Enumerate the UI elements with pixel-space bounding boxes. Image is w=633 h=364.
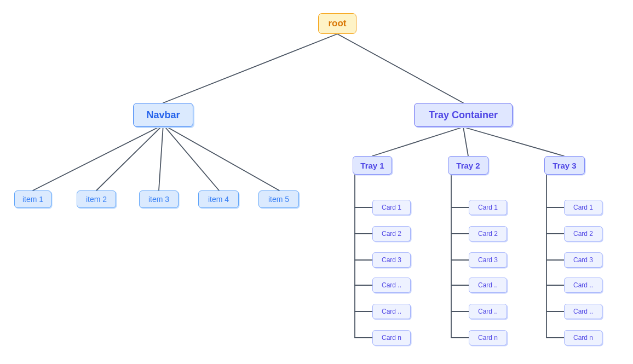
svg-line-0 [163, 34, 337, 103]
svg-line-5 [163, 125, 219, 190]
node-tray3-card-2: Card 2 [564, 226, 602, 241]
svg-line-7 [372, 127, 463, 156]
svg-line-8 [463, 127, 468, 156]
edges-layer [0, 0, 633, 364]
diagram-stage: root Navbar Tray Container item 1 item 2… [0, 0, 633, 364]
node-tray2-card-4: Card .. [469, 278, 507, 293]
node-nav-item-2: item 2 [77, 190, 116, 208]
node-tray2-card-3: Card 3 [469, 252, 507, 268]
node-tray1-card-1: Card 1 [372, 200, 411, 215]
node-tray2-card-1: Card 1 [469, 200, 507, 215]
node-nav-item-4: item 4 [198, 190, 239, 208]
node-nav-item-5: item 5 [258, 190, 299, 208]
node-tray-2: Tray 2 [448, 156, 488, 175]
node-navbar: Navbar [133, 103, 193, 127]
node-tray2-card-5: Card .. [469, 304, 507, 319]
node-tray2-card-n: Card n [469, 330, 507, 345]
node-tray-1: Tray 1 [353, 156, 392, 175]
node-tray-container: Tray Container [414, 103, 513, 127]
node-tray3-card-3: Card 3 [564, 252, 602, 268]
svg-line-6 [163, 125, 279, 190]
node-tray1-card-2: Card 2 [372, 226, 411, 241]
node-tray3-card-n: Card n [564, 330, 602, 345]
node-tray1-card-4: Card .. [372, 278, 411, 293]
node-nav-item-1: item 1 [14, 190, 51, 208]
svg-line-1 [337, 34, 463, 103]
node-tray1-card-3: Card 3 [372, 252, 411, 268]
svg-line-9 [463, 127, 564, 156]
svg-line-3 [96, 125, 163, 190]
node-root: root [318, 13, 356, 34]
node-tray3-card-1: Card 1 [564, 200, 602, 215]
node-tray1-card-n: Card n [372, 330, 411, 345]
node-nav-item-3: item 3 [139, 190, 179, 208]
node-tray2-card-2: Card 2 [469, 226, 507, 241]
svg-line-4 [159, 125, 163, 190]
node-tray3-card-5: Card .. [564, 304, 602, 319]
node-tray3-card-4: Card .. [564, 278, 602, 293]
node-tray1-card-5: Card .. [372, 304, 411, 319]
svg-line-2 [33, 125, 163, 190]
node-tray-3: Tray 3 [544, 156, 585, 175]
